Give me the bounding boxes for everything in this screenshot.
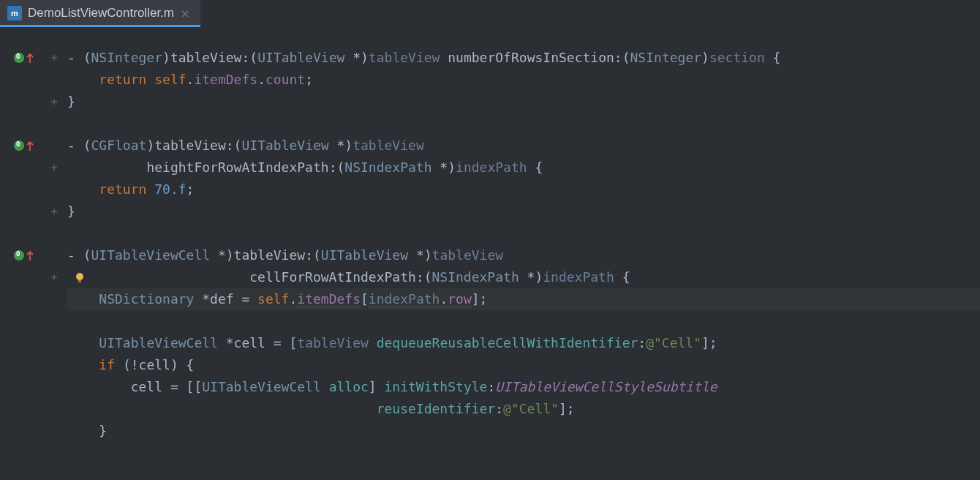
code-line[interactable]: heightForRowAtIndexPath:(NSIndexPath *)i… [67, 157, 980, 179]
code-line[interactable]: NSDictionary *def = self.itemDefs[indexP… [67, 288, 980, 310]
navigate-up-icon[interactable] [26, 140, 34, 151]
code-line[interactable]: if (!cell) { [67, 354, 980, 376]
tab-filename: DemoListViewController.m [28, 6, 174, 20]
code-line[interactable]: } [67, 420, 980, 442]
svg-point-0 [76, 273, 83, 280]
fold-toggle-icon[interactable] [48, 162, 60, 173]
code-editor: - (NSInteger)tableView:(UITableView *)ta… [0, 29, 980, 480]
code-line[interactable]: } [67, 91, 980, 113]
override-marker-icon[interactable] [13, 140, 25, 151]
navigate-up-icon[interactable] [26, 250, 34, 261]
code-line[interactable] [67, 113, 980, 135]
code-line[interactable]: return 70.f; [67, 179, 980, 200]
fold-column [44, 29, 67, 480]
code-line[interactable]: cell = [[UITableViewCell alloc] initWith… [67, 376, 980, 398]
override-marker-icon[interactable] [13, 52, 25, 64]
code-line[interactable]: } [67, 200, 980, 222]
svg-rect-1 [78, 280, 81, 282]
code-line[interactable]: cellForRowAtIndexPath:(NSIndexPath *)ind… [67, 266, 980, 288]
code-line[interactable]: reuseIdentifier:@"Cell"]; [67, 398, 980, 420]
override-marker-icon[interactable] [13, 250, 25, 261]
fold-toggle-icon[interactable] [48, 52, 60, 64]
fold-end-icon [48, 206, 60, 217]
gutter [0, 29, 44, 480]
close-icon[interactable] [180, 8, 190, 18]
code-line[interactable]: - (UITableViewCell *)tableView:(UITableV… [67, 244, 980, 266]
code-line[interactable] [67, 222, 980, 244]
fold-toggle-icon[interactable] [48, 271, 60, 283]
tab-bar: m DemoListViewController.m [0, 0, 980, 29]
code-line[interactable]: UITableViewCell *cell = [tableView deque… [67, 332, 980, 354]
editor-tab[interactable]: m DemoListViewController.m [0, 0, 200, 27]
code-line[interactable]: return self.itemDefs.count; [67, 69, 980, 91]
code-area[interactable]: - (NSInteger)tableView:(UITableView *)ta… [67, 29, 980, 480]
code-line[interactable]: - (NSInteger)tableView:(UITableView *)ta… [67, 47, 980, 69]
code-line[interactable]: - (CGFloat)tableView:(UITableView *)tabl… [67, 135, 980, 157]
objc-file-icon: m [7, 6, 22, 20]
fold-end-icon [48, 96, 60, 108]
code-line[interactable] [67, 310, 980, 332]
navigate-up-icon[interactable] [26, 52, 34, 64]
lightbulb-icon[interactable] [73, 269, 86, 282]
